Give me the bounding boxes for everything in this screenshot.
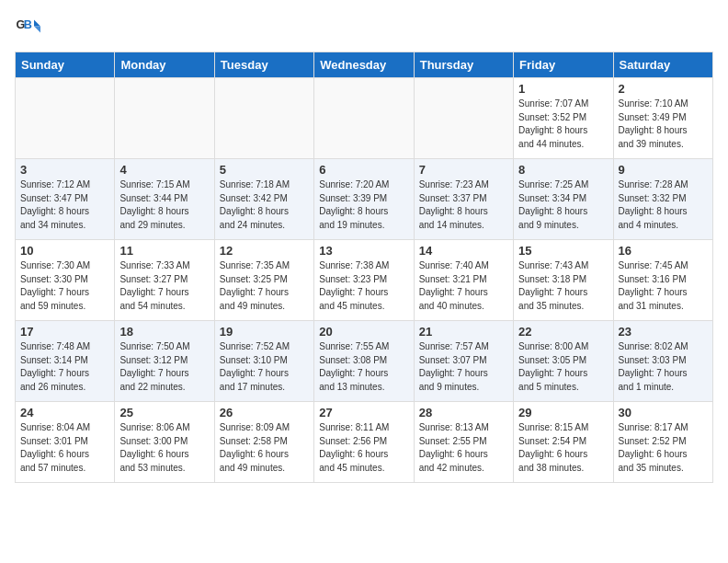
calendar-cell: 15Sunrise: 7:43 AM Sunset: 3:18 PM Dayli… bbox=[514, 240, 613, 321]
day-number: 20 bbox=[319, 325, 408, 339]
day-info: Sunrise: 7:28 AM Sunset: 3:32 PM Dayligh… bbox=[619, 178, 708, 232]
day-info: Sunrise: 8:11 AM Sunset: 2:56 PM Dayligh… bbox=[319, 421, 408, 475]
day-info: Sunrise: 8:02 AM Sunset: 3:03 PM Dayligh… bbox=[619, 340, 708, 394]
calendar-cell: 25Sunrise: 8:06 AM Sunset: 3:00 PM Dayli… bbox=[115, 402, 214, 483]
day-info: Sunrise: 7:15 AM Sunset: 3:44 PM Dayligh… bbox=[119, 178, 209, 232]
calendar-cell: 12Sunrise: 7:35 AM Sunset: 3:25 PM Dayli… bbox=[214, 240, 313, 321]
day-info: Sunrise: 7:55 AM Sunset: 3:08 PM Dayligh… bbox=[319, 340, 408, 394]
logo-icon: G B bbox=[15, 15, 40, 40]
day-info: Sunrise: 8:13 AM Sunset: 2:55 PM Dayligh… bbox=[419, 421, 508, 475]
day-info: Sunrise: 7:35 AM Sunset: 3:25 PM Dayligh… bbox=[220, 259, 309, 313]
calendar-cell: 28Sunrise: 8:13 AM Sunset: 2:55 PM Dayli… bbox=[414, 402, 513, 483]
day-number: 1 bbox=[518, 82, 608, 96]
weekday-header-wednesday: Wednesday bbox=[314, 52, 414, 78]
svg-marker-3 bbox=[34, 27, 40, 33]
calendar-cell bbox=[16, 78, 115, 159]
day-number: 5 bbox=[220, 163, 309, 177]
day-number: 17 bbox=[20, 325, 109, 339]
day-info: Sunrise: 8:17 AM Sunset: 2:52 PM Dayligh… bbox=[619, 421, 708, 475]
weekday-header-monday: Monday bbox=[115, 52, 214, 78]
day-number: 11 bbox=[119, 244, 209, 258]
day-number: 21 bbox=[419, 325, 508, 339]
day-info: Sunrise: 7:43 AM Sunset: 3:18 PM Dayligh… bbox=[518, 259, 608, 313]
day-number: 10 bbox=[20, 244, 109, 258]
weekday-header-friday: Friday bbox=[514, 52, 613, 78]
day-number: 15 bbox=[518, 244, 608, 258]
day-number: 23 bbox=[619, 325, 708, 339]
day-number: 12 bbox=[220, 244, 309, 258]
day-number: 29 bbox=[518, 406, 608, 419]
calendar-cell: 19Sunrise: 7:52 AM Sunset: 3:10 PM Dayli… bbox=[214, 321, 313, 402]
calendar-cell: 11Sunrise: 7:33 AM Sunset: 3:27 PM Dayli… bbox=[115, 240, 214, 321]
weekday-header-thursday: Thursday bbox=[414, 52, 513, 78]
calendar-cell: 26Sunrise: 8:09 AM Sunset: 2:58 PM Dayli… bbox=[214, 402, 313, 483]
calendar-cell: 16Sunrise: 7:45 AM Sunset: 3:16 PM Dayli… bbox=[613, 240, 712, 321]
calendar-cell: 5Sunrise: 7:18 AM Sunset: 3:42 PM Daylig… bbox=[214, 159, 313, 240]
day-number: 22 bbox=[518, 325, 608, 339]
day-info: Sunrise: 7:40 AM Sunset: 3:21 PM Dayligh… bbox=[419, 259, 508, 313]
calendar-cell: 17Sunrise: 7:48 AM Sunset: 3:14 PM Dayli… bbox=[16, 321, 115, 402]
calendar-cell bbox=[214, 78, 313, 159]
day-info: Sunrise: 7:50 AM Sunset: 3:12 PM Dayligh… bbox=[119, 340, 209, 394]
day-info: Sunrise: 7:38 AM Sunset: 3:23 PM Dayligh… bbox=[319, 259, 408, 313]
calendar-header-row: SundayMondayTuesdayWednesdayThursdayFrid… bbox=[16, 52, 713, 78]
day-info: Sunrise: 8:04 AM Sunset: 3:01 PM Dayligh… bbox=[20, 421, 109, 475]
day-number: 2 bbox=[619, 82, 708, 96]
day-info: Sunrise: 7:23 AM Sunset: 3:37 PM Dayligh… bbox=[419, 178, 508, 232]
calendar-cell: 8Sunrise: 7:25 AM Sunset: 3:34 PM Daylig… bbox=[514, 159, 613, 240]
weekday-header-sunday: Sunday bbox=[16, 52, 115, 78]
day-info: Sunrise: 7:30 AM Sunset: 3:30 PM Dayligh… bbox=[20, 259, 109, 313]
day-number: 19 bbox=[220, 325, 309, 339]
day-info: Sunrise: 7:45 AM Sunset: 3:16 PM Dayligh… bbox=[619, 259, 708, 313]
day-info: Sunrise: 8:09 AM Sunset: 2:58 PM Dayligh… bbox=[220, 421, 309, 475]
day-number: 14 bbox=[419, 244, 508, 258]
calendar-cell: 18Sunrise: 7:50 AM Sunset: 3:12 PM Dayli… bbox=[115, 321, 214, 402]
calendar-cell: 10Sunrise: 7:30 AM Sunset: 3:30 PM Dayli… bbox=[16, 240, 115, 321]
page-header: G B bbox=[15, 15, 713, 40]
calendar-week-5: 24Sunrise: 8:04 AM Sunset: 3:01 PM Dayli… bbox=[16, 402, 713, 483]
day-info: Sunrise: 7:33 AM Sunset: 3:27 PM Dayligh… bbox=[119, 259, 209, 313]
day-info: Sunrise: 7:20 AM Sunset: 3:39 PM Dayligh… bbox=[319, 178, 408, 232]
svg-text:B: B bbox=[24, 18, 32, 31]
day-number: 7 bbox=[419, 163, 508, 177]
day-number: 24 bbox=[20, 406, 109, 419]
day-number: 28 bbox=[419, 406, 508, 419]
day-number: 6 bbox=[319, 163, 408, 177]
calendar-cell: 30Sunrise: 8:17 AM Sunset: 2:52 PM Dayli… bbox=[613, 402, 712, 483]
calendar-week-1: 1Sunrise: 7:07 AM Sunset: 3:52 PM Daylig… bbox=[16, 78, 713, 159]
calendar-cell: 4Sunrise: 7:15 AM Sunset: 3:44 PM Daylig… bbox=[115, 159, 214, 240]
calendar-cell bbox=[314, 78, 414, 159]
calendar-week-2: 3Sunrise: 7:12 AM Sunset: 3:47 PM Daylig… bbox=[16, 159, 713, 240]
calendar-cell: 2Sunrise: 7:10 AM Sunset: 3:49 PM Daylig… bbox=[613, 78, 712, 159]
calendar-cell: 7Sunrise: 7:23 AM Sunset: 3:37 PM Daylig… bbox=[414, 159, 513, 240]
day-number: 27 bbox=[319, 406, 408, 419]
day-number: 8 bbox=[518, 163, 608, 177]
day-info: Sunrise: 7:25 AM Sunset: 3:34 PM Dayligh… bbox=[518, 178, 608, 232]
calendar-cell bbox=[115, 78, 214, 159]
calendar-table: SundayMondayTuesdayWednesdayThursdayFrid… bbox=[15, 52, 713, 483]
calendar-cell: 6Sunrise: 7:20 AM Sunset: 3:39 PM Daylig… bbox=[314, 159, 414, 240]
calendar-cell: 22Sunrise: 8:00 AM Sunset: 3:05 PM Dayli… bbox=[514, 321, 613, 402]
logo: G B bbox=[15, 15, 44, 40]
calendar-week-4: 17Sunrise: 7:48 AM Sunset: 3:14 PM Dayli… bbox=[16, 321, 713, 402]
day-number: 26 bbox=[220, 406, 309, 419]
calendar-cell: 29Sunrise: 8:15 AM Sunset: 2:54 PM Dayli… bbox=[514, 402, 613, 483]
day-info: Sunrise: 8:06 AM Sunset: 3:00 PM Dayligh… bbox=[119, 421, 209, 475]
day-number: 25 bbox=[119, 406, 209, 419]
day-number: 13 bbox=[319, 244, 408, 258]
calendar-cell: 3Sunrise: 7:12 AM Sunset: 3:47 PM Daylig… bbox=[16, 159, 115, 240]
calendar-cell: 21Sunrise: 7:57 AM Sunset: 3:07 PM Dayli… bbox=[414, 321, 513, 402]
day-number: 18 bbox=[119, 325, 209, 339]
calendar-cell: 20Sunrise: 7:55 AM Sunset: 3:08 PM Dayli… bbox=[314, 321, 414, 402]
calendar-cell: 14Sunrise: 7:40 AM Sunset: 3:21 PM Dayli… bbox=[414, 240, 513, 321]
day-info: Sunrise: 8:00 AM Sunset: 3:05 PM Dayligh… bbox=[518, 340, 608, 394]
day-number: 16 bbox=[619, 244, 708, 258]
weekday-header-saturday: Saturday bbox=[613, 52, 712, 78]
svg-marker-2 bbox=[34, 20, 40, 27]
weekday-header-tuesday: Tuesday bbox=[214, 52, 313, 78]
day-info: Sunrise: 7:48 AM Sunset: 3:14 PM Dayligh… bbox=[20, 340, 109, 394]
calendar-week-3: 10Sunrise: 7:30 AM Sunset: 3:30 PM Dayli… bbox=[16, 240, 713, 321]
day-info: Sunrise: 7:52 AM Sunset: 3:10 PM Dayligh… bbox=[220, 340, 309, 394]
day-info: Sunrise: 7:57 AM Sunset: 3:07 PM Dayligh… bbox=[419, 340, 508, 394]
day-number: 3 bbox=[20, 163, 109, 177]
